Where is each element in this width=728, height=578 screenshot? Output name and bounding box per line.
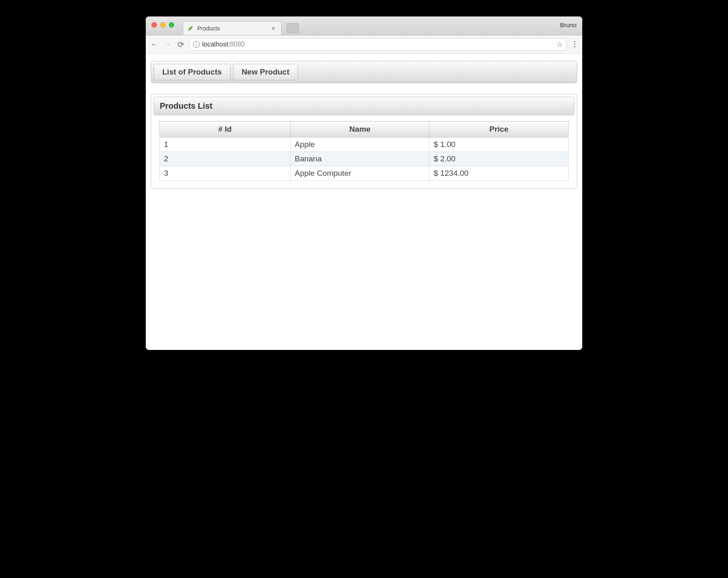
window-zoom-button[interactable] bbox=[169, 22, 174, 28]
cell-price: $ 1234.00 bbox=[429, 166, 569, 181]
cell-price: $ 1.00 bbox=[429, 138, 569, 152]
window-close-button[interactable] bbox=[152, 22, 157, 28]
back-button[interactable]: ← bbox=[150, 40, 159, 49]
tab-title: Products bbox=[197, 25, 270, 32]
site-info-icon[interactable]: i bbox=[193, 41, 200, 48]
table-row: 3Apple Computer$ 1234.00 bbox=[160, 166, 569, 181]
browser-menu-button[interactable] bbox=[571, 41, 578, 47]
cell-id: 1 bbox=[160, 138, 291, 152]
col-header-name: Name bbox=[290, 121, 429, 138]
panel-title: Products List bbox=[154, 97, 574, 115]
bookmark-star-icon[interactable]: ☆ bbox=[556, 40, 563, 49]
table-body: 1Apple$ 1.002Banana$ 2.003Apple Computer… bbox=[160, 138, 569, 181]
url-port: 8080 bbox=[230, 41, 245, 48]
table-row: 1Apple$ 1.00 bbox=[160, 138, 569, 152]
page-content: List of Products New Product Products Li… bbox=[146, 54, 582, 350]
reload-button[interactable]: ⟳ bbox=[176, 40, 185, 49]
col-header-price: Price bbox=[429, 121, 569, 138]
url-host: localhost: bbox=[202, 41, 230, 48]
products-panel: Products List # Id Name Price 1Apple$ 1.… bbox=[151, 94, 577, 189]
title-bar: Products × Bruno bbox=[146, 16, 582, 35]
col-header-id: # Id bbox=[160, 121, 291, 138]
tab-close-icon[interactable]: × bbox=[270, 25, 277, 32]
app-menubar: List of Products New Product bbox=[151, 61, 577, 83]
address-bar[interactable]: i localhost:8080 ☆ bbox=[189, 38, 567, 51]
cell-name: Apple Computer bbox=[290, 166, 429, 181]
products-table: # Id Name Price 1Apple$ 1.002Banana$ 2.0… bbox=[159, 121, 569, 181]
forward-button[interactable]: → bbox=[163, 40, 172, 49]
url-text: localhost:8080 bbox=[202, 41, 245, 48]
window-minimize-button[interactable] bbox=[160, 22, 166, 28]
cell-name: Apple bbox=[290, 138, 429, 152]
table-header-row: # Id Name Price bbox=[160, 121, 569, 138]
browser-window: Products × Bruno ← → ⟳ i localhost:8080 … bbox=[146, 16, 582, 350]
new-product-button[interactable]: New Product bbox=[233, 64, 298, 80]
profile-label[interactable]: Bruno bbox=[560, 21, 576, 28]
list-products-button[interactable]: List of Products bbox=[154, 64, 231, 80]
cell-name: Banana bbox=[290, 152, 429, 166]
window-controls bbox=[152, 22, 174, 28]
browser-toolbar: ← → ⟳ i localhost:8080 ☆ bbox=[146, 35, 582, 54]
table-row: 2Banana$ 2.00 bbox=[160, 152, 569, 166]
browser-tab[interactable]: Products × bbox=[183, 21, 282, 35]
cell-price: $ 2.00 bbox=[429, 152, 569, 166]
cell-id: 2 bbox=[160, 152, 291, 166]
new-tab-button[interactable] bbox=[287, 23, 299, 33]
cell-id: 3 bbox=[160, 166, 291, 181]
spring-leaf-icon bbox=[187, 25, 194, 32]
